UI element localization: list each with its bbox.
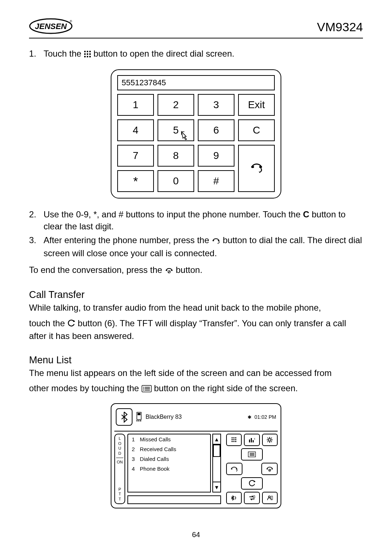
svg-rect-3 [84, 51, 86, 52]
svg-rect-36 [233, 439, 234, 440]
svg-point-12 [251, 166, 254, 168]
svg-point-59 [236, 469, 237, 470]
step-2: 2. Use the 0-9, *, and # buttons to inpu… [29, 209, 363, 232]
svg-rect-9 [84, 56, 86, 57]
svg-rect-6 [84, 53, 86, 55]
bluetooth-button[interactable] [116, 408, 132, 426]
svg-rect-64 [253, 496, 255, 498]
settings-button[interactable] [262, 434, 278, 446]
list-item[interactable]: 3Dialed Calls [128, 454, 210, 464]
svg-rect-30 [138, 420, 139, 421]
bt-audio-button[interactable] [226, 492, 242, 504]
svg-point-23 [143, 388, 144, 389]
svg-rect-33 [233, 437, 234, 438]
page-number: 64 [0, 531, 392, 539]
transfer-icon [248, 480, 256, 487]
scroll-up-icon[interactable]: ▲ [212, 434, 221, 445]
hangup-button[interactable] [261, 463, 278, 475]
svg-point-58 [231, 469, 232, 470]
svg-rect-66 [271, 496, 273, 500]
list-button[interactable] [241, 448, 263, 461]
list-item[interactable]: 2Received Calls [128, 444, 210, 454]
key-2[interactable]: 2 [158, 94, 194, 116]
transfer-icon [67, 319, 75, 330]
svg-point-16 [166, 270, 167, 271]
menu-list-box: 1Missed Calls 2Received Calls 3Dialed Ca… [127, 434, 211, 492]
phone-hangup-icon [266, 466, 274, 472]
svg-text:EQ: EQ [254, 438, 255, 440]
equalizer-icon: EQ [249, 437, 255, 442]
brand-logo: JENSEN ® [29, 18, 73, 36]
model-number: VM9324 [317, 20, 363, 34]
signal-icon [135, 412, 143, 423]
key-star[interactable]: * [117, 170, 154, 192]
svg-rect-10 [87, 56, 88, 57]
dialpad-figure: 5551237845 1 2 3 Exit 4 5 6 C 7 8 9 [111, 69, 281, 199]
dial-display: 5551237845 [117, 75, 275, 90]
menu-list-line2: other modes by touching the button on th… [29, 383, 363, 395]
svg-line-51 [271, 441, 272, 442]
call-transfer-line2: touch the button (6). The TFT will displ… [29, 318, 363, 342]
dial-button[interactable] [226, 463, 242, 475]
key-1[interactable]: 1 [117, 94, 154, 116]
key-3[interactable]: 3 [198, 94, 234, 116]
transfer-button[interactable] [241, 477, 263, 490]
page-header: JENSEN ® VM9324 [29, 18, 363, 38]
gear-icon [266, 437, 273, 443]
list-item[interactable]: 1Missed Calls [128, 434, 210, 444]
key-0[interactable]: 0 [158, 170, 194, 192]
key-4[interactable]: 4 [117, 119, 154, 141]
svg-point-21 [143, 387, 144, 388]
menu-figure: BlackBerry 83 ✱ 01:02 PM LOUD ON PTT 1Mi… [111, 403, 281, 508]
eq-button[interactable]: EQ [244, 434, 260, 446]
svg-rect-37 [235, 439, 236, 440]
key-call[interactable] [238, 145, 275, 192]
key-hash[interactable]: # [198, 170, 234, 192]
svg-line-53 [268, 441, 268, 442]
call-transfer-line1: While talking, to transfer audio from th… [29, 302, 363, 314]
svg-point-45 [269, 439, 271, 441]
key-c[interactable]: C [238, 119, 275, 141]
svg-rect-42 [251, 438, 252, 442]
phone-dial-icon [230, 466, 238, 472]
svg-text:®: ® [70, 20, 72, 23]
key-6[interactable]: 6 [198, 119, 234, 141]
svg-rect-39 [233, 441, 234, 442]
bottom-strip [127, 495, 221, 504]
swap-button[interactable] [244, 492, 260, 504]
contact-button[interactable] [262, 492, 278, 504]
right-panel: EQ [223, 434, 278, 504]
svg-point-15 [218, 240, 220, 241]
cursor-icon [180, 131, 190, 143]
left-column: LOUD ON PTT [114, 434, 125, 504]
svg-rect-43 [253, 440, 254, 442]
key-exit[interactable]: Exit [238, 94, 275, 116]
bt-small-icon: ✱ [248, 414, 252, 420]
svg-rect-38 [232, 441, 233, 442]
svg-point-13 [259, 166, 262, 168]
end-call-line: To end the conversation, press the butto… [29, 264, 363, 277]
phone-dial-icon [212, 236, 220, 247]
key-8[interactable]: 8 [158, 145, 194, 167]
svg-rect-40 [235, 441, 236, 442]
bluetooth-icon [120, 411, 128, 423]
time-label: 01:02 PM [254, 414, 276, 420]
svg-point-17 [171, 270, 173, 271]
svg-rect-41 [249, 439, 250, 442]
svg-point-14 [212, 240, 214, 241]
list-menu-icon [142, 384, 152, 395]
scrollbar[interactable]: ▲ ▼ [212, 434, 221, 492]
heading-menu-list: Menu List [29, 355, 363, 366]
key-7[interactable]: 7 [117, 145, 154, 167]
key-5[interactable]: 5 [158, 119, 194, 141]
grid-button[interactable] [226, 434, 242, 446]
menu-list-line1: The menu list appears on the left side o… [29, 367, 363, 379]
svg-rect-5 [89, 51, 91, 52]
list-item[interactable]: 4Phone Book [128, 464, 210, 474]
phone-dial-icon [250, 162, 263, 175]
svg-rect-11 [89, 56, 91, 57]
key-9[interactable]: 9 [198, 145, 234, 167]
contact-icon [266, 495, 273, 501]
scroll-down-icon[interactable]: ▼ [212, 482, 221, 492]
dialpad-grid-icon [84, 49, 91, 61]
